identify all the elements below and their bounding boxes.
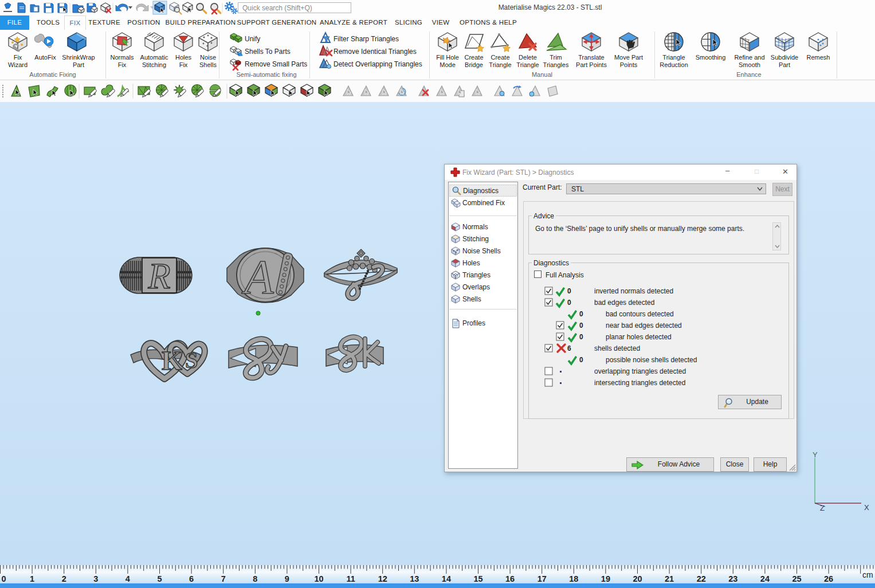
svg-text:S: S: [185, 347, 198, 373]
svg-text:5: 5: [157, 574, 162, 583]
svg-text:11: 11: [346, 574, 355, 583]
svg-text:13: 13: [410, 574, 419, 583]
svg-text:X: X: [864, 503, 869, 512]
svg-text:12: 12: [378, 574, 387, 583]
svg-text:25: 25: [792, 574, 801, 583]
svg-text:16: 16: [505, 574, 515, 583]
svg-text:23: 23: [728, 574, 737, 583]
svg-text:Z: Z: [820, 504, 825, 512]
svg-text:14: 14: [442, 574, 451, 583]
svg-text:7: 7: [221, 574, 226, 583]
svg-text:21: 21: [665, 574, 674, 583]
svg-text:6: 6: [189, 574, 194, 583]
svg-text:10: 10: [314, 574, 323, 583]
svg-text:1: 1: [30, 574, 34, 583]
svg-text:3: 3: [93, 574, 98, 583]
svg-text:A: A: [241, 250, 274, 304]
svg-text:18: 18: [569, 574, 578, 583]
svg-text:4: 4: [125, 574, 130, 583]
svg-text:15: 15: [473, 574, 482, 583]
svg-text:19: 19: [601, 574, 610, 583]
svg-text:R: R: [147, 256, 170, 296]
svg-text:8: 8: [253, 574, 257, 583]
svg-text:Y: Y: [813, 450, 818, 459]
svg-text:0: 0: [2, 574, 6, 583]
svg-text:22: 22: [697, 574, 706, 583]
svg-text:20: 20: [633, 574, 642, 583]
svg-text:26: 26: [824, 574, 833, 583]
svg-text:2: 2: [62, 574, 66, 583]
svg-text:24: 24: [760, 574, 770, 583]
svg-text:cm: cm: [862, 570, 873, 579]
svg-text:9: 9: [285, 574, 289, 583]
svg-text:17: 17: [537, 574, 547, 583]
svg-text:K: K: [162, 346, 182, 375]
